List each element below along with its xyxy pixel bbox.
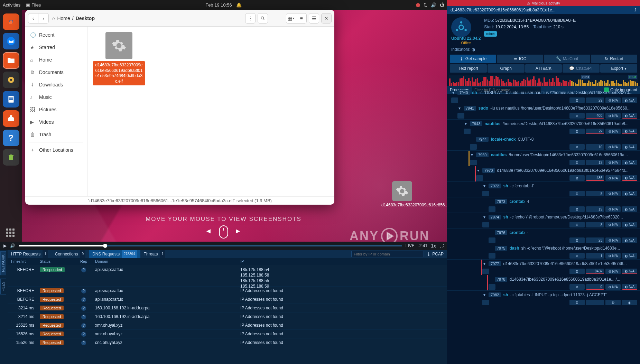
dock-thunderbird[interactable] <box>3 33 19 49</box>
sidebar-item-recent[interactable]: 🕘Recent <box>25 29 87 41</box>
chevron-down-icon[interactable]: ▾ <box>476 168 480 173</box>
close-button[interactable]: ✕ <box>321 13 332 24</box>
sidebar-item-other[interactable]: ＋Other Locations <box>25 144 87 156</box>
process-type-icon[interactable] <box>470 144 477 150</box>
dock-files[interactable] <box>3 52 19 69</box>
vtab-files[interactable]: FILES <box>0 279 6 295</box>
tab-threats[interactable]: Threats1 <box>140 250 169 258</box>
dock-rhythmbox[interactable] <box>3 72 19 88</box>
activities-button[interactable]: Activities <box>3 2 20 8</box>
arrow-right-icon[interactable]: ► <box>234 227 242 235</box>
process-type-icon[interactable] <box>464 129 471 134</box>
chevron-down-icon[interactable]: ▾ <box>482 292 486 297</box>
malconf-button[interactable]: 🔧MalConf <box>544 55 590 63</box>
nautilus-file-pane[interactable]: d14683e7fbe633207009e616e85660619adb8a3f… <box>87 27 334 196</box>
process-type-icon[interactable] <box>489 237 495 243</box>
volume-icon[interactable]: 🔊 <box>10 243 15 248</box>
search-button[interactable] <box>258 13 268 24</box>
dns-row[interactable]: 3214 msRequested?160.100.168.192.in-addr… <box>8 304 447 312</box>
sidebar-item-videos[interactable]: ▶Videos <box>25 116 87 128</box>
indicator-icon[interactable]: ◑ <box>472 47 475 52</box>
restart-button[interactable]: ↻Restart <box>591 55 637 63</box>
dock-show-apps[interactable] <box>6 228 16 238</box>
fullscreen-button[interactable]: ⛶ <box>439 243 444 248</box>
network-icon[interactable]: ⇅ <box>424 2 427 8</box>
sidebar-item-pictures[interactable]: 🖼Pictures <box>25 103 87 116</box>
tab-connections[interactable]: Connections9 <box>52 250 89 258</box>
graph-button[interactable]: Graph <box>488 64 525 73</box>
tab-dns[interactable]: DNS Requests278394 <box>89 250 140 258</box>
process-type-icon[interactable] <box>489 284 495 290</box>
file-icon[interactable]: 🗎 <box>569 144 585 150</box>
file-icon[interactable]: 🗎 <box>569 222 585 227</box>
process-row[interactable]: 7975dashsh -c 'echo \"@reboot /home/user… <box>447 244 640 260</box>
file-item[interactable]: d14683e7fbe633207009e616e85660619adb8a3f… <box>93 32 145 85</box>
process-row[interactable]: ▾7943nautilus/home/user/Desktop/d14683e7… <box>447 120 640 135</box>
process-row[interactable]: ▾7982sh-c 'iptables -I INPUT -p tcp --dp… <box>447 291 640 306</box>
attck-button[interactable]: ATT&CK <box>525 64 562 73</box>
pcap-button[interactable]: ⭳PCAP <box>427 252 444 256</box>
file-icon[interactable]: 🗎 <box>569 129 585 134</box>
process-row[interactable]: 7973crontab-l🗎19⚙ N/A◐ N/A <box>447 197 640 213</box>
nav-forward-button[interactable]: › <box>38 13 49 24</box>
dock-firefox[interactable] <box>3 13 19 30</box>
playback-speed[interactable]: 1x <box>431 243 436 249</box>
dock-help[interactable]: ? <box>3 130 19 146</box>
chevron-down-icon[interactable]: ▾ <box>464 121 468 126</box>
file-icon[interactable]: 🗎 <box>569 175 585 181</box>
get-sample-button[interactable]: ⭳Get sample <box>450 55 496 63</box>
file-icon[interactable]: 🗎 <box>569 191 585 196</box>
vtab-network[interactable]: NETWORK <box>0 251 6 275</box>
breadcrumb[interactable]: ⌂ Home / Desktop <box>52 16 95 21</box>
breadcrumb-home[interactable]: Home <box>57 16 70 21</box>
process-type-icon[interactable] <box>470 160 477 165</box>
dns-row[interactable]: BEFORERequested?api.snapcraft.ioIP Addre… <box>8 295 447 304</box>
process-type-icon[interactable] <box>451 97 458 103</box>
sidebar-item-downloads[interactable]: ⭳Downloads <box>25 78 87 91</box>
chatgpt-button[interactable]: 💬ChatGPT <box>563 64 600 73</box>
file-icon[interactable]: 🗎 <box>569 237 585 243</box>
process-type-icon[interactable] <box>457 113 464 119</box>
sidebar-item-home[interactable]: ⌂Home <box>25 54 87 66</box>
desktop-file-icon[interactable]: d14683e7fbe633207009e616e856... <box>381 181 423 207</box>
dns-row[interactable]: 15525 msRequested?xmr.ohuyal.xyzIP Addre… <box>8 321 447 330</box>
chevron-down-icon[interactable]: ▾ <box>457 106 462 111</box>
process-type-icon[interactable] <box>489 206 495 212</box>
tag-miner[interactable]: miner <box>484 31 497 37</box>
chevron-down-icon[interactable]: ▾ <box>451 90 455 95</box>
sidebar-item-starred[interactable]: ★Starred <box>25 41 87 54</box>
process-type-icon[interactable] <box>482 222 489 227</box>
process-row[interactable]: 7976crontab-🗎23⚙ N/A◐ N/A <box>447 228 640 244</box>
process-row[interactable]: 7944locale-checkC.UTF-8🗎10⚙ N/A◐ N/A <box>447 135 640 151</box>
file-icon[interactable]: 🗎 <box>569 253 585 259</box>
export-button[interactable]: Export ▾ <box>600 64 637 73</box>
file-icon[interactable]: 🗎 <box>569 160 585 165</box>
view-options-button[interactable]: ⋮ <box>245 13 256 24</box>
process-row[interactable]: ▾7969nautilus/home/user/Desktop/d14683e7… <box>447 151 640 166</box>
view-list-button[interactable]: ≡ <box>296 13 307 24</box>
sidebar-item-documents[interactable]: 🗎Documents <box>25 66 87 78</box>
nav-back-button[interactable]: ‹ <box>28 13 38 24</box>
process-type-icon[interactable] <box>482 300 489 305</box>
arrow-left-icon[interactable]: ◄ <box>205 227 213 235</box>
process-row[interactable]: ▾7940sh-c "DISPLAY=:0 sudo -iu user naut… <box>447 88 640 104</box>
chevron-down-icon[interactable]: ▾ <box>482 184 486 188</box>
file-icon[interactable]: 🗎 <box>569 206 585 212</box>
power-icon[interactable]: ⏻ <box>440 2 444 8</box>
play-button[interactable]: ▶ <box>3 243 7 248</box>
volume-icon[interactable]: 🔊 <box>431 2 436 8</box>
files-indicator[interactable]: ▣ Files <box>26 2 41 8</box>
chevron-down-icon[interactable]: ▾ <box>482 261 486 266</box>
process-row[interactable]: ▾7972sh-c 'crontab -l'🗎8⚙ N/A◐ N/A <box>447 182 640 197</box>
dns-row[interactable]: 15526 msRequested?cnc.ohuyal.xyzIP Addre… <box>8 338 447 347</box>
process-row[interactable]: ▾7977d14683e7fbe633207009e616e85660619ad… <box>447 260 640 275</box>
view-grid-button[interactable]: ▦▾ <box>286 13 296 24</box>
process-row[interactable]: ▾7974sh-c 'echo \"@reboot /home/user/Des… <box>447 213 640 228</box>
dns-row[interactable]: 15526 msRequested?xmr.ohuyal.xyzIP Addre… <box>8 330 447 338</box>
process-row[interactable]: ▾7970d14683e7fbe633207009e616e85660619ad… <box>447 166 640 182</box>
process-type-icon[interactable] <box>476 175 483 181</box>
notifications-icon[interactable]: 🔔 <box>236 2 242 8</box>
process-type-icon[interactable] <box>482 191 489 196</box>
process-tree[interactable]: ▾7940sh-c "DISPLAY=:0 sudo -iu user naut… <box>447 88 640 364</box>
tab-http[interactable]: HTTP Requests1 <box>8 250 52 258</box>
